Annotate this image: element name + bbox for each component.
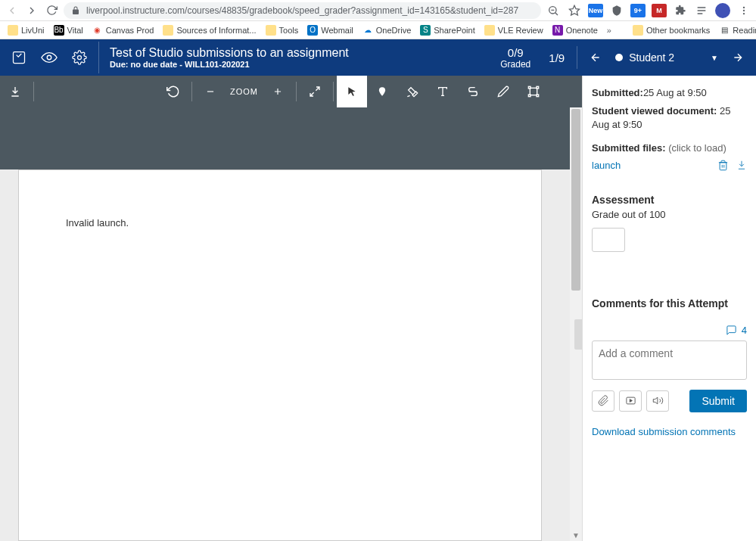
grading-panel: Submitted:25 Aug at 9:50 Student viewed … — [582, 76, 756, 541]
student-selector[interactable]: Student 2 ▼ — [615, 51, 718, 64]
bookmark-vital[interactable]: BbVital — [51, 23, 86, 37]
extension-new-icon[interactable]: New — [588, 4, 603, 17]
download-comments-link[interactable]: Download submission comments — [592, 426, 747, 437]
bookmark-label: LivUni — [21, 26, 45, 35]
chrome-actions: New 9+ M — [546, 3, 751, 18]
bookmark-label: Vital — [67, 26, 83, 35]
next-student-button[interactable] — [730, 51, 745, 64]
reload-button[interactable] — [44, 3, 59, 18]
onedrive-icon: ☁ — [362, 25, 373, 36]
separator — [33, 82, 34, 101]
comments-heading: Comments for this Attempt — [592, 297, 747, 309]
svg-rect-5 — [14, 52, 25, 64]
highlight-tool[interactable] — [397, 76, 428, 107]
reading-icon: ▤ — [719, 25, 730, 36]
bookmark-sharepoint[interactable]: SSharePoint — [417, 23, 478, 37]
submitted-label: Submitted: — [592, 87, 643, 98]
bookmark-vle[interactable]: VLE Review — [481, 23, 546, 37]
zoom-label: ZOOM — [226, 87, 263, 96]
bookmark-label: Canvas Prod — [106, 26, 154, 35]
profile-avatar[interactable] — [715, 3, 730, 18]
folder-icon — [633, 25, 643, 36]
assignment-subtitle: Due: no due date - WILL101-202021 — [110, 60, 349, 69]
fullscreen-button[interactable] — [300, 76, 330, 107]
rotate-button[interactable] — [158, 76, 188, 107]
bookmark-webmail[interactable]: OWebmail — [304, 23, 356, 37]
svg-point-3 — [743, 9, 745, 11]
zoom-indicator-icon[interactable] — [546, 3, 561, 18]
chrome-menu-icon[interactable] — [736, 3, 751, 18]
position-count: 1/9 — [549, 51, 565, 64]
bookmarks-bar: LivUni BbVital ◉Canvas Prod Sources of I… — [0, 21, 756, 39]
bookmarks-overflow[interactable]: » — [604, 26, 614, 35]
folder-icon — [8, 25, 18, 36]
point-annotation-tool[interactable] — [367, 76, 397, 107]
separator — [191, 82, 192, 101]
outlook-icon: O — [307, 25, 318, 36]
gradebook-icon[interactable] — [11, 49, 27, 66]
draw-tool[interactable] — [488, 76, 518, 107]
separator — [296, 82, 297, 101]
bookmark-label: OneDrive — [376, 26, 411, 35]
prev-student-button[interactable] — [588, 51, 603, 64]
extension-m-icon[interactable]: M — [652, 4, 667, 17]
document-toolbar: ZOOM — [0, 76, 582, 107]
bookmark-tools[interactable]: Tools — [263, 23, 302, 37]
separator — [333, 82, 334, 101]
document-pane: ZOOM Invalid launch. ▼ — [0, 76, 582, 541]
zoom-in-button[interactable] — [263, 76, 293, 107]
delete-file-icon[interactable] — [717, 160, 729, 171]
back-button[interactable] — [5, 3, 20, 18]
pointer-tool[interactable] — [337, 76, 367, 107]
reading-list[interactable]: ▤Reading list — [716, 23, 756, 37]
svg-rect-9 — [528, 86, 530, 89]
svg-point-7 — [78, 56, 82, 60]
extensions-puzzle-icon[interactable] — [673, 3, 688, 18]
media-comment-button[interactable] — [619, 390, 642, 412]
reading-list-icon[interactable] — [694, 3, 709, 18]
audio-comment-button[interactable] — [646, 390, 669, 412]
bookmark-label: Onenote — [566, 26, 598, 35]
grade-input[interactable] — [592, 228, 625, 252]
submit-comment-button[interactable]: Submit — [689, 390, 747, 412]
bookmark-onedrive[interactable]: ☁OneDrive — [359, 23, 414, 37]
extension-shield-icon[interactable] — [609, 3, 624, 18]
position-stat: 1/9 — [549, 51, 565, 64]
scrollbar-thumb[interactable] — [571, 109, 580, 291]
svg-rect-10 — [537, 86, 539, 89]
address-bar[interactable]: liverpool.instructure.com/courses/48835/… — [64, 2, 541, 19]
svg-point-2 — [743, 6, 745, 8]
bookmark-star-icon[interactable] — [567, 3, 582, 18]
document-page: Invalid launch. — [18, 169, 542, 541]
submitted-value: 25 Aug at 9:50 — [643, 87, 707, 98]
bookmark-canvas[interactable]: ◉Canvas Prod — [89, 23, 157, 37]
forward-button[interactable] — [24, 3, 39, 18]
area-tool[interactable] — [518, 76, 549, 107]
svg-point-6 — [47, 55, 51, 60]
attach-file-button[interactable] — [592, 390, 614, 412]
scroll-down-icon[interactable]: ▼ — [570, 531, 582, 539]
zoom-out-button[interactable] — [195, 76, 226, 107]
other-bookmarks[interactable]: Other bookmarks — [630, 23, 713, 37]
bookmark-livuni[interactable]: LivUni — [5, 23, 48, 37]
bookmark-onenote[interactable]: NOnenote — [549, 23, 601, 37]
document-viewport[interactable]: Invalid launch. ▼ — [0, 107, 582, 541]
submitted-file-link[interactable]: launch — [592, 160, 621, 171]
comments-count[interactable]: 4 — [592, 325, 747, 336]
download-button[interactable] — [0, 76, 30, 107]
settings-icon[interactable] — [71, 49, 88, 66]
assignment-title[interactable]: Test of Studio submissions to an assignm… — [110, 46, 349, 60]
download-file-icon[interactable] — [736, 160, 747, 171]
visibility-icon[interactable] — [41, 49, 58, 66]
text-tool[interactable] — [428, 76, 458, 107]
browser-toolbar: liverpool.instructure.com/courses/48835/… — [0, 0, 756, 21]
chevron-down-icon: ▼ — [711, 54, 718, 62]
onenote-icon: N — [552, 25, 563, 36]
svg-rect-11 — [528, 95, 530, 97]
strikethrough-tool[interactable] — [458, 76, 488, 107]
comment-textarea[interactable] — [592, 340, 747, 380]
pane-resize-handle[interactable] — [574, 319, 582, 350]
svg-marker-14 — [630, 400, 632, 403]
bookmark-sources[interactable]: Sources of Informat... — [160, 23, 259, 37]
extension-9plus-icon[interactable]: 9+ — [630, 4, 646, 17]
